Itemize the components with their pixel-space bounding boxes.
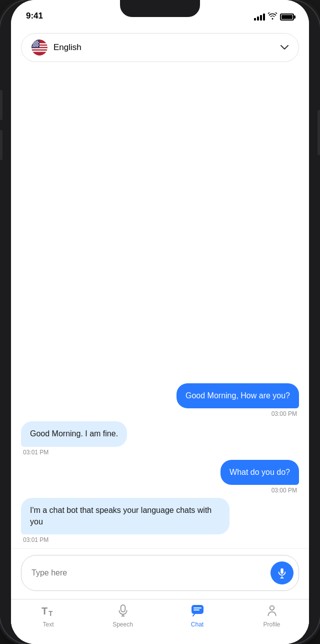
svg-point-8 bbox=[36, 41, 36, 42]
mic-button[interactable] bbox=[270, 561, 294, 584]
tab-chat[interactable]: Chat bbox=[160, 604, 234, 628]
microphone-icon bbox=[276, 567, 288, 578]
svg-point-13 bbox=[38, 42, 38, 43]
chevron-down-icon bbox=[280, 44, 288, 52]
tab-chat-label: Chat bbox=[191, 621, 204, 628]
svg-point-18 bbox=[33, 45, 34, 46]
phone-screen: 9:41 bbox=[11, 0, 309, 644]
svg-point-9 bbox=[37, 41, 38, 42]
message-time: 03:01 PM bbox=[21, 449, 50, 456]
speech-mic-icon bbox=[118, 604, 128, 618]
svg-point-22 bbox=[32, 46, 34, 47]
volume-down-button bbox=[0, 130, 2, 160]
battery-icon bbox=[280, 14, 294, 21]
tab-speech-label: Speech bbox=[112, 621, 133, 628]
tab-profile[interactable]: Profile bbox=[234, 604, 309, 628]
svg-point-15 bbox=[34, 43, 35, 44]
power-button bbox=[318, 110, 320, 155]
message-bubble-received: Good Morning. I am fine. bbox=[21, 421, 127, 446]
status-icons bbox=[254, 13, 294, 21]
message-input[interactable] bbox=[32, 568, 270, 577]
volume-up-button bbox=[0, 90, 2, 120]
svg-text:T: T bbox=[42, 605, 48, 616]
message-time: 03:01 PM bbox=[21, 536, 50, 543]
phone-frame: 9:41 bbox=[0, 0, 320, 644]
svg-point-7 bbox=[34, 41, 35, 42]
message-row: What do you do? 03:00 PM bbox=[21, 460, 299, 494]
svg-point-17 bbox=[37, 43, 38, 44]
svg-text:T: T bbox=[48, 609, 53, 616]
svg-rect-3 bbox=[32, 48, 48, 49]
svg-point-38 bbox=[270, 606, 274, 610]
message-bubble-sent: Good Morning, How are you? bbox=[176, 383, 299, 408]
svg-point-10 bbox=[33, 42, 34, 43]
svg-point-24 bbox=[36, 46, 36, 47]
message-bubble-received: I'm a chat bot that speaks your language… bbox=[21, 498, 230, 534]
tab-bar: T T Text bbox=[11, 599, 309, 644]
notch bbox=[120, 0, 200, 17]
input-area bbox=[11, 548, 309, 599]
svg-point-6 bbox=[32, 41, 34, 42]
message-row: I'm a chat bot that speaks your language… bbox=[21, 498, 299, 543]
message-row: Good Morning, How are you? 03:00 PM bbox=[21, 383, 299, 417]
input-container bbox=[21, 555, 299, 591]
main-content: English Good Morning, How are you? 03:00… bbox=[11, 25, 309, 644]
chat-icon bbox=[191, 604, 204, 618]
status-time: 9:41 bbox=[26, 11, 43, 21]
svg-point-11 bbox=[34, 42, 36, 43]
tab-text[interactable]: T T Text bbox=[11, 604, 86, 628]
flag-icon bbox=[32, 40, 48, 56]
message-bubble-sent: What do you do? bbox=[220, 460, 299, 485]
svg-point-23 bbox=[34, 46, 35, 47]
wifi-icon bbox=[268, 13, 277, 21]
signal-icon bbox=[254, 14, 265, 21]
chat-area: Good Morning, How are you? 03:00 PM Good… bbox=[11, 70, 309, 548]
svg-point-14 bbox=[32, 43, 34, 44]
tab-profile-label: Profile bbox=[263, 621, 280, 628]
svg-point-21 bbox=[38, 45, 38, 46]
language-selector[interactable]: English bbox=[21, 33, 299, 62]
svg-rect-27 bbox=[280, 568, 284, 574]
message-time: 03:00 PM bbox=[270, 487, 299, 494]
tab-text-label: Text bbox=[42, 621, 54, 628]
svg-rect-32 bbox=[120, 605, 125, 612]
tab-speech[interactable]: Speech bbox=[86, 604, 160, 628]
svg-point-19 bbox=[34, 45, 36, 46]
svg-point-20 bbox=[36, 45, 37, 46]
svg-point-16 bbox=[36, 43, 36, 44]
language-name: English bbox=[54, 43, 280, 53]
svg-point-12 bbox=[36, 42, 37, 43]
svg-rect-4 bbox=[32, 51, 48, 52]
message-time: 03:00 PM bbox=[270, 410, 299, 417]
message-row: Good Morning. I am fine. 03:01 PM bbox=[21, 421, 299, 455]
svg-point-25 bbox=[37, 46, 38, 47]
text-tool-icon: T T bbox=[42, 604, 56, 618]
profile-icon bbox=[266, 604, 278, 618]
